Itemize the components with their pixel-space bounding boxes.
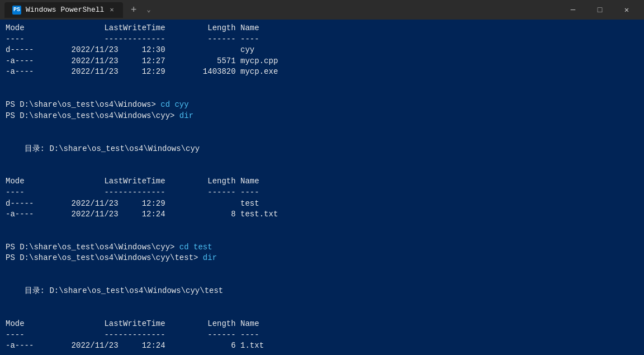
table-row: -a---- 2022/11/23 12:27 5571 mycp.cpp <box>6 56 278 65</box>
maximize-button[interactable]: □ <box>587 1 613 19</box>
titlebar-left: PS Windows PowerShell ✕ + ⌄ <box>4 2 560 18</box>
table-header: ---- ------------- ------ ---- <box>6 35 259 44</box>
table-row: -a---- 2022/11/23 12:29 1403820 mycp.exe <box>6 67 278 76</box>
command-text: dir <box>179 111 193 120</box>
prompt: PS D:\share\os_test\os4\Windows> <box>6 100 160 109</box>
window-controls: ─ □ ✕ <box>560 1 640 19</box>
tab-label: Windows PowerShell <box>26 6 104 14</box>
prompt: PS D:\share\os_test\os4\Windows\cyy> <box>6 111 179 120</box>
table-row: d----- 2022/11/23 12:30 cyy <box>6 45 254 54</box>
tab-icon: PS <box>12 6 21 15</box>
table-header: Mode LastWriteTime Length Name <box>6 319 259 328</box>
prompt: PS D:\share\os_test\os4\Windows\cyy> <box>6 243 179 252</box>
tab-dropdown-button[interactable]: ⌄ <box>144 6 153 14</box>
new-tab-button[interactable]: + <box>127 4 140 16</box>
table-row: -a---- 2022/11/23 12:24 8 test.txt <box>6 210 278 219</box>
table-header: Mode LastWriteTime Length Name <box>6 177 259 186</box>
table-row: d----- 2022/11/23 12:29 test <box>6 199 259 208</box>
command-text: cd cyy <box>160 100 188 109</box>
table-header: ---- ------------- ------ ---- <box>6 188 259 197</box>
command-text: cd test <box>179 243 212 252</box>
minimize-button[interactable]: ─ <box>560 1 586 19</box>
terminal-output[interactable]: Mode LastWriteTime Length Name ---- ----… <box>0 20 644 355</box>
table-row: 目录: D:\share\os_test\os4\Windows\cyy <box>6 144 200 153</box>
table-row: 目录: D:\share\os_test\os4\Windows\cyy\tes… <box>6 286 223 295</box>
tab-close-button[interactable]: ✕ <box>108 6 115 14</box>
close-button[interactable]: ✕ <box>614 1 640 19</box>
prompt: PS D:\share\os_test\os4\Windows\cyy\test… <box>6 253 203 262</box>
command-text: dir <box>203 253 217 262</box>
active-tab[interactable]: PS Windows PowerShell ✕ <box>4 2 123 18</box>
table-header: Mode LastWriteTime Length Name <box>6 23 259 32</box>
table-header: ---- ------------- ------ ---- <box>6 330 259 339</box>
table-row: -a---- 2022/11/23 12:24 6 1.txt <box>6 341 264 350</box>
titlebar: PS Windows PowerShell ✕ + ⌄ ─ □ ✕ <box>0 0 644 20</box>
